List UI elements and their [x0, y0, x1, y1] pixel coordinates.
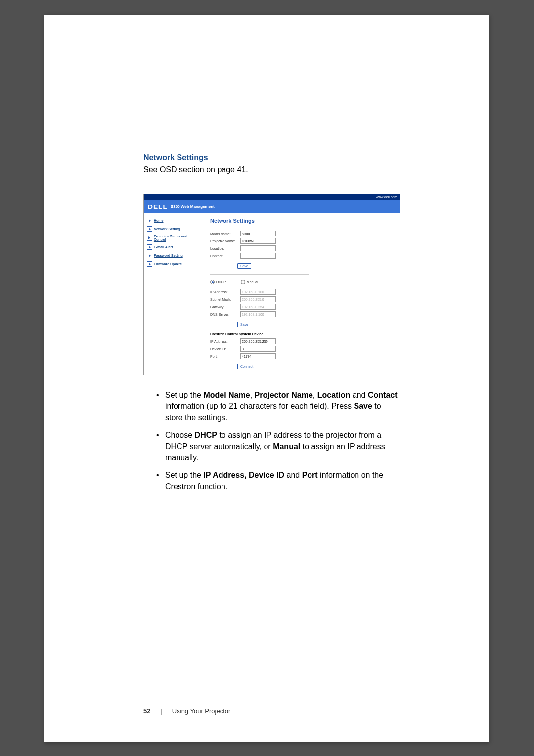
top-url-bar: www.dell.com [144, 194, 400, 200]
dns-input[interactable] [240, 311, 276, 317]
play-icon [147, 218, 152, 223]
subnet-input[interactable] [240, 296, 276, 302]
document-page: Network Settings See OSD section on page… [44, 15, 490, 742]
bullet-1: Set up the Model Name, Projector Name, L… [158, 390, 400, 423]
section-heading: Network Settings [143, 153, 400, 162]
gateway-input[interactable] [240, 304, 276, 310]
subnet-label: Subnet Mask: [210, 298, 237, 301]
play-icon [147, 236, 152, 241]
model-name-input[interactable] [240, 231, 276, 236]
sidebar-item-password[interactable]: Password Setting [147, 253, 200, 258]
contact-label: Contact: [210, 254, 237, 258]
crestron-device-label: Device ID: [210, 347, 237, 351]
sidebar-item-home[interactable]: Home [147, 218, 200, 223]
save-button[interactable]: Save [237, 263, 251, 269]
connect-button[interactable]: Connect [237, 364, 256, 369]
bullet-3: Set up the IP Address, Device ID and Por… [158, 470, 400, 492]
page-footer: 52 | Using Your Projector [143, 708, 230, 715]
crestron-device-input[interactable] [240, 346, 276, 352]
bullet-list: Set up the Model Name, Projector Name, L… [143, 390, 400, 492]
intro-text: See OSD section on page 41. [143, 165, 400, 174]
crestron-ip-label: IP Address: [210, 340, 237, 343]
dhcp-radio[interactable]: DHCP [210, 280, 226, 284]
main-panel: Network Settings Model Name: Projector N… [203, 213, 400, 375]
save-button-2[interactable]: Save [237, 322, 251, 327]
manual-label: Manual [247, 280, 258, 284]
sidebar-link: E-mail Alert [154, 245, 173, 249]
play-icon [147, 226, 152, 232]
divider [210, 274, 309, 275]
sidebar-item-email[interactable]: E-mail Alert [147, 244, 200, 250]
crestron-port-label: Port: [210, 355, 237, 358]
dell-logo: DELL [148, 204, 168, 210]
footer-section: Using Your Projector [172, 708, 231, 715]
sidebar-item-network[interactable]: Network Setting [147, 226, 200, 232]
projector-name-input[interactable] [240, 238, 276, 244]
dns-label: DNS Server: [210, 313, 237, 316]
play-icon [147, 253, 152, 258]
panel-heading: Network Settings [210, 218, 393, 224]
sidebar-link: Home [154, 219, 163, 222]
crestron-port-input[interactable] [240, 353, 276, 359]
gateway-label: Gateway: [210, 305, 237, 309]
radio-icon [210, 280, 215, 284]
play-icon [147, 244, 152, 250]
web-management-screenshot: www.dell.com DELL S300 Web Management Ho… [143, 194, 400, 375]
play-icon [147, 261, 152, 267]
crestron-heading: Crestron Control System Device [210, 332, 393, 336]
sidebar: Home Network Setting Projector Status an… [144, 213, 203, 375]
location-input[interactable] [240, 245, 276, 251]
model-name-label: Model Name: [210, 232, 237, 236]
sidebar-link: Firmware Update [154, 262, 182, 266]
ip-address-label: IP Address: [210, 290, 237, 294]
sidebar-item-firmware[interactable]: Firmware Update [147, 261, 200, 267]
dhcp-label: DHCP [216, 280, 226, 284]
page-number: 52 [143, 708, 150, 715]
titlebar-text: S300 Web Management [171, 204, 215, 209]
footer-separator: | [160, 708, 162, 715]
projector-name-label: Projector Name: [210, 239, 237, 243]
location-label: Location: [210, 247, 237, 250]
sidebar-link: Password Setting [154, 254, 183, 257]
radio-icon [241, 280, 245, 284]
ip-address-input[interactable] [240, 289, 276, 295]
bullet-2: Choose DHCP to assign an IP address to t… [158, 430, 400, 463]
sidebar-item-status[interactable]: Projector Status and Control [147, 235, 200, 241]
sidebar-link: Projector Status and Control [154, 235, 200, 241]
sidebar-link: Network Setting [154, 227, 180, 231]
crestron-ip-input[interactable] [240, 338, 276, 344]
manual-radio[interactable]: Manual [241, 280, 258, 284]
title-bar: DELL S300 Web Management [144, 200, 400, 213]
contact-input[interactable] [240, 253, 276, 259]
